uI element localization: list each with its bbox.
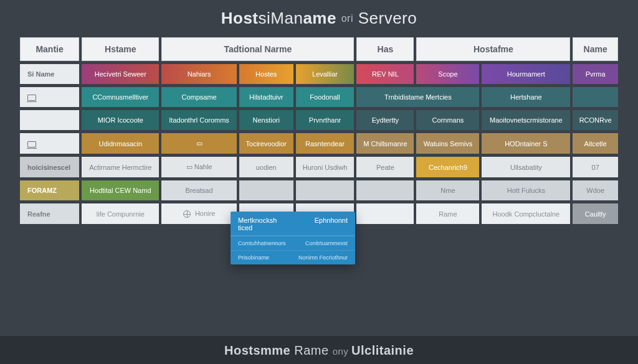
row-label: FORAMZ bbox=[20, 180, 79, 200]
table-row: hoicisinescel Actirname Hermctire ▭ Nahl… bbox=[20, 157, 618, 177]
row-label bbox=[20, 133, 79, 154]
cell: Rasntendear bbox=[296, 133, 355, 154]
col-header: Has bbox=[356, 37, 414, 61]
cell: REV NIL bbox=[356, 64, 414, 84]
cell: Aitcetle bbox=[573, 133, 618, 154]
row-label bbox=[20, 110, 79, 130]
cell: Scope bbox=[416, 64, 479, 84]
cell: Peate bbox=[356, 157, 414, 177]
cell: CComnusmelltiver bbox=[82, 87, 159, 107]
row-label: Si Name bbox=[20, 64, 79, 84]
cell: Prvnrthanr bbox=[296, 110, 355, 130]
cell: 07 bbox=[573, 157, 618, 177]
tooltip-popup: Mertknocksh ticed Ephnhonnt Comtuhhatnen… bbox=[231, 212, 355, 264]
cell: Udidnmasacin bbox=[82, 133, 159, 154]
cell: Caultly bbox=[573, 203, 618, 224]
row-label: hoicisinescel bbox=[20, 157, 79, 177]
cell: Huroni Usdiwh bbox=[296, 157, 355, 177]
table-row: Si Name Hecivetri Seweer Nahiars Hostes … bbox=[20, 64, 618, 84]
col-header: Hostafme bbox=[416, 37, 570, 61]
cell: Nme bbox=[416, 180, 479, 200]
cell: Cechanrich9 bbox=[416, 157, 479, 177]
row-label: Reafne bbox=[20, 203, 79, 224]
cell: Nahiars bbox=[161, 64, 236, 84]
cell bbox=[356, 203, 414, 224]
table-row: Udidnmasacin ▭ Tocirevoodior Rasntendear… bbox=[20, 133, 618, 154]
laptop-icon bbox=[27, 95, 36, 101]
col-header: Tadtional Narme bbox=[161, 37, 354, 61]
col-header: Mantie bbox=[20, 37, 79, 61]
table-row: MIOR Icocoote Itadonthrl Coromms Nenstio… bbox=[20, 110, 618, 130]
cell bbox=[356, 180, 414, 200]
cell bbox=[239, 180, 293, 200]
cell: ▭ bbox=[161, 133, 236, 154]
cell: Honire bbox=[161, 203, 236, 224]
cell: Breatsad bbox=[161, 180, 236, 200]
cell: Itadonthrl Coromms bbox=[161, 110, 236, 130]
table-row: FORAMZ Hodtital CEW Namd Breatsad Nme Ho… bbox=[20, 180, 618, 200]
row-label bbox=[20, 87, 79, 107]
cell: Foodonall bbox=[296, 87, 355, 107]
cell bbox=[573, 87, 618, 107]
cell: Levalliar bbox=[296, 64, 355, 84]
cell bbox=[296, 180, 355, 200]
cell: Trnbidistame Mertcies bbox=[356, 87, 479, 107]
table-header-row: Mantie Hstame Tadtional Narme Has Hostaf… bbox=[20, 37, 618, 61]
col-header: Name bbox=[573, 37, 618, 61]
cell: Hertshane bbox=[482, 87, 570, 107]
cell: Rame bbox=[416, 203, 479, 224]
cell: Tocirevoodior bbox=[239, 133, 293, 154]
cell: Cornmans bbox=[416, 110, 479, 130]
cell: Hilstadtuivr bbox=[239, 87, 293, 107]
footer-title: Hostsmme Rame ony Ulclitainie bbox=[0, 336, 638, 364]
cell: Hodtital CEW Namd bbox=[82, 180, 159, 200]
cell: uodien bbox=[239, 157, 293, 177]
cell: HODntainer S bbox=[482, 133, 570, 154]
popup-header: Mertknocksh ticed Ephnhonnt bbox=[231, 212, 355, 236]
cell: Ullsabatity bbox=[482, 157, 570, 177]
cell: Actirname Hermctire bbox=[82, 157, 159, 177]
col-header: Hstame bbox=[82, 37, 159, 61]
cell: ▭ Nahle bbox=[161, 157, 236, 177]
cell: Hecivetri Seweer bbox=[82, 64, 159, 84]
globe-icon bbox=[183, 210, 191, 218]
cell: Compsame bbox=[161, 87, 236, 107]
popup-row: Prisobiname Nonimn Fecriothnur bbox=[231, 250, 355, 264]
table-row: CComnusmelltiver Compsame Hilstadtuivr F… bbox=[20, 87, 618, 107]
cell: life Compunrnie bbox=[82, 203, 159, 224]
cell: Hoodk Compcluctalne bbox=[482, 203, 570, 224]
cell: MIOR Icocoote bbox=[82, 110, 159, 130]
cell: Wdoe bbox=[573, 180, 618, 200]
cell: Eydtertty bbox=[356, 110, 414, 130]
cell: RCONRve bbox=[573, 110, 618, 130]
cell: M Chillsmanre bbox=[356, 133, 414, 154]
cell: Nenstiori bbox=[239, 110, 293, 130]
comparison-table: Mantie Hstame Tadtional Narme Has Hostaf… bbox=[0, 34, 638, 227]
laptop-icon bbox=[27, 141, 36, 147]
popup-row: Comtuhhatnennors Conitrtuammexst bbox=[231, 236, 355, 250]
cell: Pvrma bbox=[573, 64, 618, 84]
page-title: HostsiManame ori Servero bbox=[0, 0, 638, 34]
cell: Maoitovnetscrmistorane bbox=[482, 110, 570, 130]
cell: Watuins Semivs bbox=[416, 133, 479, 154]
cell: Hott Fulucks bbox=[482, 180, 570, 200]
cell: Hostes bbox=[239, 64, 293, 84]
cell: Hourmamert bbox=[482, 64, 570, 84]
